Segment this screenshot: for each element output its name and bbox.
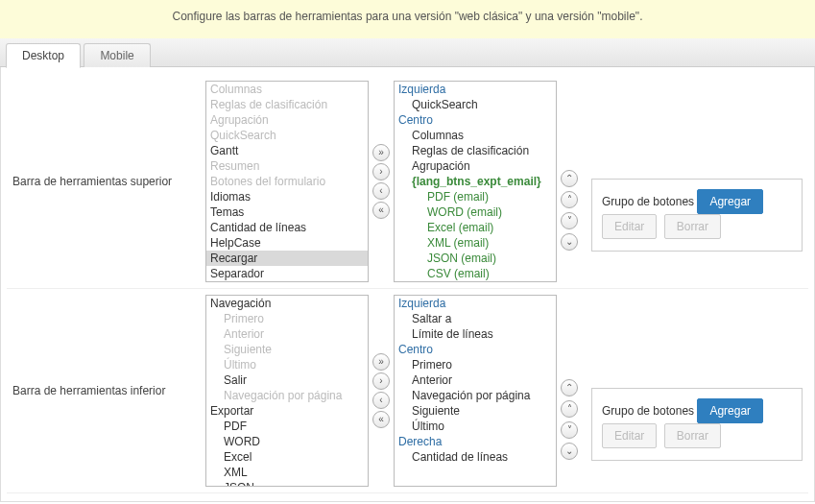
- list-item[interactable]: Límite de líneas: [395, 326, 556, 342]
- list-item[interactable]: RTF (email): [395, 281, 556, 282]
- row-label-top: Barra de herramientas superior: [7, 75, 200, 289]
- list-item[interactable]: Excel: [206, 449, 368, 465]
- list-item[interactable]: WORD (email): [395, 204, 556, 220]
- list-item[interactable]: QuickSearch: [206, 128, 368, 143]
- list-item[interactable]: Agrupación: [206, 112, 368, 128]
- move-down-button[interactable]: ˅: [561, 421, 578, 439]
- list-item[interactable]: Resumen: [206, 158, 368, 174]
- transfer-buttons-bottom: » › ‹ «: [369, 351, 394, 430]
- listbox-bottom-available[interactable]: NavegaciónPrimeroAnteriorSiguienteÚltimo…: [205, 295, 369, 487]
- list-item[interactable]: Último: [206, 357, 368, 372]
- tab-desktop[interactable]: Desktop: [6, 43, 81, 68]
- listbox-top-available[interactable]: ColumnasReglas de clasificaciónAgrupació…: [205, 81, 369, 282]
- group-edit-button: Editar: [602, 423, 657, 448]
- transfer-buttons-top: » › ‹ «: [369, 142, 394, 221]
- list-item[interactable]: Recargar: [206, 251, 368, 266]
- list-item[interactable]: CSV (email): [395, 266, 556, 281]
- list-item[interactable]: Último: [395, 419, 556, 434]
- list-item[interactable]: Navegación: [206, 296, 368, 311]
- move-bottom-button[interactable]: ⌄: [561, 443, 578, 460]
- move-bottom-button[interactable]: ⌄: [561, 233, 578, 251]
- list-item[interactable]: Columnas: [206, 82, 368, 97]
- list-item[interactable]: Cantidad de líneas: [395, 449, 556, 465]
- tab-mobile[interactable]: Mobile: [84, 43, 150, 67]
- list-item[interactable]: Salir: [206, 372, 368, 388]
- order-buttons-bottom: ⌃ ˄ ˅ ⌄: [557, 320, 582, 462]
- list-item[interactable]: HelpCase: [206, 235, 368, 251]
- row-top-toolbar: Barra de herramientas superior ColumnasR…: [7, 75, 808, 289]
- list-item[interactable]: Navegación por página: [395, 388, 556, 403]
- list-item[interactable]: Separador: [206, 266, 368, 281]
- group-add-button[interactable]: Agregar: [697, 398, 763, 423]
- list-item[interactable]: Primero: [395, 357, 556, 372]
- move-top-button[interactable]: ⌃: [561, 170, 578, 187]
- add-all-button[interactable]: »: [372, 353, 390, 371]
- list-item[interactable]: Exportar: [206, 403, 368, 419]
- group-box-legend: Grupo de botones: [602, 404, 694, 418]
- list-item[interactable]: QuickSearch: [395, 97, 556, 112]
- list-item[interactable]: Agrupación: [395, 158, 556, 174]
- group-box-bottom: Grupo de botones Agregar Editar Borrar: [591, 388, 803, 461]
- tab-strip: Desktop Mobile: [0, 38, 815, 67]
- order-buttons-top: ⌃ ˄ ˅ ⌄: [557, 110, 582, 252]
- list-item[interactable]: JSON (email): [395, 251, 556, 266]
- panel-desktop: Barra de herramientas superior ColumnasR…: [0, 67, 815, 502]
- list-item[interactable]: Saltar a: [395, 311, 556, 326]
- list-item[interactable]: Izquierda: [395, 296, 556, 311]
- move-up-button[interactable]: ˄: [561, 400, 578, 418]
- list-item[interactable]: PDF: [206, 419, 368, 434]
- list-item[interactable]: Siguiente: [395, 403, 556, 419]
- list-item[interactable]: Cantidad de líneas: [206, 220, 368, 235]
- list-item[interactable]: PDF (email): [395, 189, 556, 204]
- add-button[interactable]: ›: [372, 163, 390, 180]
- list-item[interactable]: Anterior: [206, 326, 368, 342]
- row-label-bottom: Barra de herramientas inferior: [7, 289, 200, 493]
- list-item[interactable]: {lang_btns_expt_email}: [395, 174, 556, 189]
- list-item[interactable]: Centro: [395, 342, 556, 357]
- group-box-legend: Grupo de botones: [602, 195, 694, 208]
- remove-button[interactable]: ‹: [372, 182, 390, 200]
- list-item[interactable]: XML: [206, 465, 368, 480]
- list-item[interactable]: Reglas de clasificación: [395, 143, 556, 158]
- list-item[interactable]: -------------------------: [206, 281, 368, 282]
- info-banner: Configure las barras de herramientas par…: [0, 0, 815, 38]
- list-item[interactable]: Derecha: [395, 434, 556, 449]
- list-item[interactable]: Reglas de clasificación: [206, 97, 368, 112]
- add-button[interactable]: ›: [372, 372, 390, 390]
- listbox-bottom-selected[interactable]: IzquierdaSaltar aLímite de líneasCentroP…: [394, 295, 557, 487]
- list-item[interactable]: Botones del formulario: [206, 174, 368, 189]
- move-down-button[interactable]: ˅: [561, 212, 578, 229]
- move-top-button[interactable]: ⌃: [561, 379, 578, 396]
- list-item[interactable]: Idiomas: [206, 189, 368, 204]
- list-item[interactable]: Temas: [206, 204, 368, 220]
- group-delete-button: Borrar: [664, 423, 721, 448]
- remove-all-button[interactable]: «: [372, 411, 390, 428]
- list-item[interactable]: Navegación por página: [206, 388, 368, 403]
- row-bottom-toolbar: Barra de herramientas inferior Navegació…: [7, 289, 808, 493]
- group-delete-button: Borrar: [664, 214, 721, 239]
- list-item[interactable]: Centro: [395, 112, 556, 128]
- add-all-button[interactable]: »: [372, 144, 390, 161]
- list-item[interactable]: Siguiente: [206, 342, 368, 357]
- group-add-button[interactable]: Agregar: [697, 189, 763, 214]
- list-item[interactable]: Primero: [206, 311, 368, 326]
- list-item[interactable]: XML (email): [395, 235, 556, 251]
- group-box-top: Grupo de botones Agregar Editar Borrar: [591, 179, 803, 252]
- list-item[interactable]: Anterior: [395, 372, 556, 388]
- list-item[interactable]: Columnas: [395, 128, 556, 143]
- list-item[interactable]: Gantt: [206, 143, 368, 158]
- list-item[interactable]: Izquierda: [395, 82, 556, 97]
- list-item[interactable]: JSON: [206, 480, 368, 487]
- list-item[interactable]: WORD: [206, 434, 368, 449]
- remove-all-button[interactable]: «: [372, 202, 390, 219]
- move-up-button[interactable]: ˄: [561, 191, 578, 208]
- remove-button[interactable]: ‹: [372, 392, 390, 409]
- list-item[interactable]: Excel (email): [395, 220, 556, 235]
- group-edit-button: Editar: [602, 214, 657, 239]
- listbox-top-selected[interactable]: IzquierdaQuickSearchCentroColumnasReglas…: [394, 81, 557, 282]
